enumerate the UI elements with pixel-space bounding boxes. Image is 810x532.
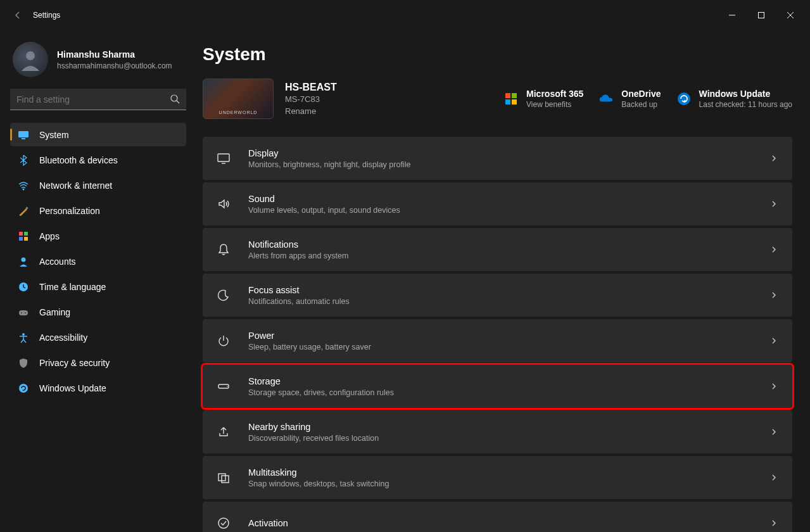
svg-point-11 [22,257,26,262]
card-sound[interactable]: SoundVolume levels, output, input, sound… [203,182,792,225]
card-subtitle: Alerts from apps and system [248,251,348,260]
avatar [13,42,48,77]
privacy-icon [18,357,29,369]
search-box[interactable] [10,89,186,110]
personalization-icon [18,205,29,217]
card-activation[interactable]: Activation [203,502,792,532]
card-subtitle: Volume levels, output, input, sound devi… [248,206,400,215]
sidebar-item-time[interactable]: Time & language [10,275,186,298]
network-icon [18,180,29,191]
card-display[interactable]: DisplayMonitors, brightness, night light… [203,137,792,180]
status-subtitle: Last checked: 11 hours ago [699,100,792,109]
svg-rect-10 [24,237,28,241]
sidebar-item-accounts[interactable]: Accounts [10,250,186,273]
card-title: Display [248,148,410,158]
minimize-button[interactable] [718,5,747,25]
page-title: System [203,44,792,65]
device-name: HS-BEAST [285,82,337,93]
sidebar-item-label: System [39,130,69,140]
svg-rect-13 [19,310,28,315]
status-title: OneDrive [621,89,661,99]
sidebar-item-label: Bluetooth & devices [39,155,118,165]
power-icon [215,334,232,348]
sidebar-item-apps[interactable]: Apps [10,224,186,248]
status-winupdate[interactable]: Windows UpdateLast checked: 11 hours ago [676,89,792,109]
card-title: Sound [248,194,400,204]
maximize-button[interactable] [747,5,776,25]
card-subtitle: Notifications, automatic rules [248,297,350,306]
chevron-right-icon [769,336,778,345]
user-name: Himanshu Sharma [57,49,172,60]
svg-rect-9 [19,237,23,241]
status-title: Microsoft 365 [526,89,583,99]
svg-point-25 [227,386,228,387]
nearby-icon [215,425,232,439]
svg-rect-7 [19,232,23,236]
sidebar-item-label: Network & internet [39,180,112,191]
sidebar-item-label: Privacy & security [39,358,110,368]
m365-icon [503,91,519,106]
time-icon [18,281,29,293]
sidebar-item-bluetooth[interactable]: Bluetooth & devices [10,148,186,172]
sidebar-item-label: Accessibility [39,332,87,343]
sidebar-item-privacy[interactable]: Privacy & security [10,351,186,374]
svg-rect-21 [512,99,517,104]
status-title: Windows Update [699,89,792,99]
sidebar-item-system[interactable]: System [10,123,186,146]
search-icon [170,94,180,104]
card-subtitle: Monitors, brightness, night light, displ… [248,160,410,169]
status-m365[interactable]: Microsoft 365View benefits [503,89,583,109]
sidebar-item-update[interactable]: Windows Update [10,376,186,400]
system-icon [18,129,29,141]
svg-point-5 [23,188,25,190]
card-notifications[interactable]: NotificationsAlerts from apps and system [203,228,792,271]
sidebar-item-personalization[interactable]: Personalization [10,199,186,222]
settings-card-list: DisplayMonitors, brightness, night light… [203,137,792,532]
bluetooth-icon [18,155,29,166]
card-storage[interactable]: StorageStorage space, drives, configurat… [203,365,792,408]
title-bar: Settings [0,0,810,30]
card-title: Focus assist [248,285,350,295]
svg-rect-19 [512,93,517,98]
sidebar-item-label: Personalization [39,206,100,216]
chevron-right-icon [769,519,778,528]
sidebar-item-accessibility[interactable]: Accessibility [10,326,186,349]
search-input[interactable] [10,89,186,110]
chevron-right-icon [769,245,778,254]
sidebar-item-network[interactable]: Network & internet [10,174,186,197]
svg-point-2 [171,95,177,101]
back-button[interactable] [5,3,30,28]
svg-rect-8 [24,232,28,236]
card-subtitle: Storage space, drives, configuration rul… [248,388,394,397]
card-subtitle: Snap windows, desktops, task switching [248,479,389,488]
sidebar-item-label: Windows Update [39,383,106,393]
accounts-icon [18,256,29,267]
card-title: Multitasking [248,467,389,478]
card-multitasking[interactable]: MultitaskingSnap windows, desktops, task… [203,456,792,499]
card-focus[interactable]: Focus assistNotifications, automatic rul… [203,274,792,317]
sidebar-item-gaming[interactable]: Gaming [10,300,186,324]
chevron-right-icon [769,382,778,391]
card-power[interactable]: PowerSleep, battery usage, battery saver [203,319,792,362]
sidebar-item-label: Time & language [39,282,106,292]
rename-link[interactable]: Rename [285,106,337,116]
chevron-right-icon [769,200,778,208]
close-button[interactable] [776,5,805,25]
activation-icon [215,516,232,530]
card-title: Storage [248,376,394,386]
card-title: Nearby sharing [248,422,379,432]
focus-icon [215,288,232,302]
chevron-right-icon [769,154,778,163]
update-icon [18,383,29,394]
onedrive-icon [598,91,614,106]
chevron-right-icon [769,473,778,482]
svg-point-14 [21,312,22,314]
display-icon [215,151,232,165]
card-nearby[interactable]: Nearby sharingDiscoverability, received … [203,410,792,453]
user-profile[interactable]: Himanshu Sharma hssharmahimanshu@outlook… [13,42,184,77]
status-onedrive[interactable]: OneDriveBacked up [598,89,661,109]
storage-icon [215,379,232,393]
status-subtitle: Backed up [621,100,661,109]
accessibility-icon [18,332,29,343]
card-title: Activation [248,518,288,528]
